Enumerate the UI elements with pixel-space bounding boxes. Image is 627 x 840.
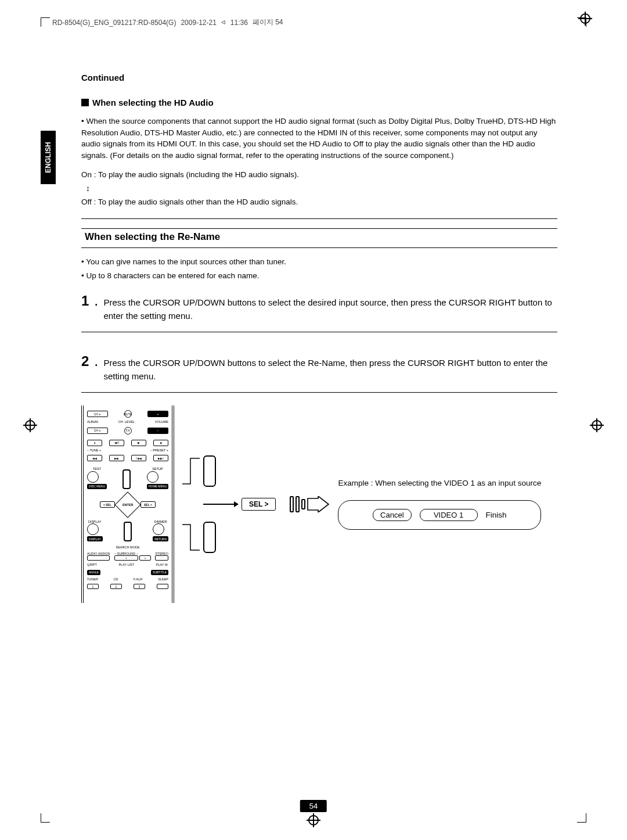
barcode-icon — [290, 496, 305, 512]
remote-label: SETUP — [147, 468, 168, 471]
page-number: 54 — [300, 800, 327, 812]
remote-btn: 3 — [134, 584, 145, 589]
remote-btn: RETURN — [153, 536, 168, 541]
remote-label: SLEEP — [158, 578, 168, 581]
header-extra: 페이지 54 — [253, 17, 283, 27]
remote-btn: + — [147, 411, 168, 417]
step-1: 1. Press the CURSOR UP/DOWN buttons to s… — [81, 294, 557, 322]
divider — [81, 332, 557, 332]
connector-column: SEL > — [182, 455, 276, 554]
remote-btn — [155, 555, 168, 561]
remote-label: TUNER — [87, 578, 98, 581]
remote-label: PLAY M. — [156, 563, 168, 567]
remote-diagram: CH ∧ MUTE + ALBUM CH. LEVEL VOLUME CH ∨ … — [81, 405, 557, 603]
rename-bullet-1: • You can give names to the input source… — [81, 256, 557, 268]
remote-label: – PRESET + — [150, 449, 168, 453]
video1-pill: VIDEO 1 — [420, 509, 478, 521]
remote-label: AUDIO ASSIGN — [87, 552, 110, 556]
rename-bullet-2: • Up to 8 characters can be entered for … — [81, 270, 557, 282]
crop-mark — [41, 17, 50, 27]
remote-label: ALBUM — [87, 421, 98, 424]
remote-btn: – — [147, 428, 168, 434]
remote-label: CH. LEVEL — [118, 421, 135, 424]
rename-section-title: When selecting the Re-Name — [81, 228, 557, 248]
divider — [81, 392, 557, 393]
square-bullet-icon — [81, 99, 89, 106]
remote-btn — [87, 523, 99, 535]
remote-label: SEARCH MODE — [116, 546, 140, 550]
remote-enter-btn: ENTER — [114, 491, 140, 518]
remote-label: STEREO — [155, 552, 168, 556]
hd-audio-off: Off : To play the audio signals other th… — [81, 196, 557, 208]
display-box: Cancel VIDEO 1 Finish — [338, 500, 541, 530]
remote-btn: DISPLAY — [87, 536, 103, 541]
remote-btn — [147, 471, 158, 483]
remote-label: VOLUME — [155, 421, 168, 424]
remote-btn — [124, 522, 132, 541]
hd-audio-heading: When selecting the HD Audio — [81, 98, 557, 107]
remote-btn — [153, 523, 164, 535]
header-file: RD-8504(G)_ENG_091217:RD-8504(G) — [52, 19, 176, 27]
remote-btn: HOME MENU — [147, 484, 168, 489]
crop-mark — [41, 813, 50, 823]
language-tab: ENGLISH — [41, 131, 56, 184]
registration-mark — [590, 418, 604, 432]
remote-label: TEST — [87, 468, 107, 471]
remote-btn: T/V — [124, 427, 132, 435]
remote-label: – TUNE + — [87, 449, 101, 453]
step-text: Press the CURSOR UP/DOWN buttons to sele… — [103, 357, 557, 383]
connector-line — [182, 521, 200, 554]
remote-btn: ■ — [153, 440, 168, 446]
remote-label: Q/RPT — [87, 563, 97, 567]
remote-btn: I◀◀ — [131, 455, 146, 461]
step-text: Press the CURSOR UP/DOWN buttons to sele… — [103, 296, 557, 322]
remote-label: PLAY LIST — [118, 563, 134, 567]
remote-btn — [87, 555, 110, 561]
connector-line — [182, 455, 200, 487]
step-arrow-group — [290, 496, 330, 512]
arrow-icon — [307, 496, 330, 512]
example-column: Example : When selecting the VIDEO 1 as … — [338, 479, 541, 530]
rename-title-text: When selecting the Re-Name — [81, 231, 220, 242]
header-time: 11:36 — [230, 19, 248, 27]
hd-audio-para-1: • When the source components that cannot… — [81, 116, 557, 161]
sel-box: SEL > — [242, 498, 276, 511]
remote-btn: < SEL — [100, 501, 115, 508]
cancel-pill: Cancel — [373, 509, 411, 521]
rect-icon — [203, 522, 216, 553]
remote-btn: CH ∧ — [87, 411, 108, 417]
remote-label: CD — [114, 578, 118, 581]
registration-mark — [307, 813, 320, 827]
hd-audio-on: On : To play the audio signals (includin… — [81, 169, 557, 181]
step-number: 2 — [81, 354, 89, 368]
remote-btn: ANGLE — [87, 570, 100, 575]
remote-btn — [87, 471, 99, 483]
registration-mark — [23, 418, 37, 432]
remote-btn: ◀◀ — [87, 455, 102, 461]
remote-btn: DISC MENU — [87, 484, 107, 489]
rect-icon — [203, 455, 216, 487]
remote-illustration: CH ∧ MUTE + ALBUM CH. LEVEL VOLUME CH ∨ … — [81, 405, 174, 603]
remote-btn — [157, 584, 168, 589]
crop-mark — [577, 813, 586, 823]
hd-audio-heading-text: When selecting the HD Audio — [92, 98, 214, 107]
remote-label: DISPLAY — [87, 520, 103, 524]
finish-label: Finish — [486, 511, 507, 519]
remote-btn: SEL > — [140, 501, 156, 508]
remote-label: DIMMER — [153, 520, 168, 524]
hd-audio-arrow: ↕ — [81, 183, 557, 195]
remote-btn: ● — [87, 440, 102, 446]
remote-btn: ▶▶ — [109, 455, 124, 461]
divider — [81, 218, 557, 219]
remote-btn: 2 — [110, 584, 122, 589]
page-content: Continued When selecting the HD Audio • … — [81, 73, 557, 603]
remote-btn: 1 — [87, 584, 99, 589]
header-arrow-icon: ᐊ — [221, 19, 226, 26]
remote-btn: MUTE — [124, 410, 132, 418]
remote-btn: ▶▶I — [153, 455, 168, 461]
remote-btn: CH ∨ — [87, 428, 108, 434]
remote-label: – SURROUND – — [114, 552, 138, 556]
example-text: Example : When selecting the VIDEO 1 as … — [338, 479, 541, 487]
step-2: 2. Press the CURSOR UP/DOWN buttons to s… — [81, 354, 557, 383]
continued-label: Continued — [81, 73, 557, 82]
